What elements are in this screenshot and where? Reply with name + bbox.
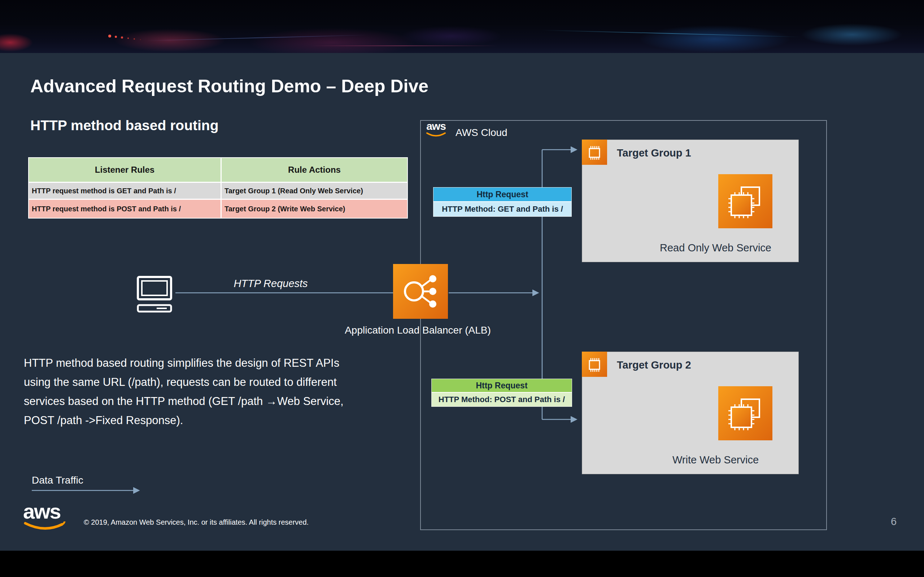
client-computer-icon [136, 276, 173, 314]
target-group-1-box: Target Group 1 Read Only Web Service [582, 140, 799, 262]
aws-logo-text: aws [423, 121, 449, 132]
post-request-detail: HTTP Method: POST and Path is / [431, 392, 572, 407]
body-paragraph: HTTP method based routing simplifies the… [24, 353, 361, 430]
post-request-title: Http Request [431, 379, 572, 392]
aws-smile-icon [426, 132, 446, 138]
target-group-1-title: Target Group 1 [617, 147, 691, 159]
page-number: 6 [891, 516, 897, 528]
ec2-instances-icon [718, 174, 772, 228]
get-request-detail: HTTP Method: GET and Path is / [433, 201, 572, 217]
aws-smile-icon [23, 521, 66, 532]
copyright-text: © 2019, Amazon Web Services, Inc. or its… [84, 518, 309, 527]
get-request-callout: Http Request HTTP Method: GET and Path i… [433, 187, 572, 217]
http-requests-label: HTTP Requests [202, 278, 339, 290]
target-group-2-service-label: Write Web Service [633, 454, 798, 466]
target-group-2-title: Target Group 2 [617, 359, 691, 371]
get-request-title: Http Request [433, 187, 572, 201]
target-group-2-box: Target Group 2 Write Web Service [582, 351, 799, 474]
data-traffic-label: Data Traffic [32, 475, 83, 486]
alb-label: Application Load Balancer (ALB) [325, 324, 511, 336]
alb-icon [393, 264, 448, 319]
aws-cloud-logo: aws [423, 121, 449, 138]
aws-logo-text: aws [23, 501, 66, 521]
ec2-instance-icon [582, 140, 607, 165]
aws-cloud-label: AWS Cloud [456, 127, 507, 139]
slide: Advanced Request Routing Demo – Deep Div… [0, 0, 924, 577]
aws-footer-logo: aws [23, 501, 66, 532]
ec2-instances-icon [718, 386, 772, 440]
target-group-1-service-label: Read Only Web Service [633, 242, 798, 254]
post-request-callout: Http Request HTTP Method: POST and Path … [431, 379, 572, 407]
ec2-instance-icon [582, 351, 607, 377]
